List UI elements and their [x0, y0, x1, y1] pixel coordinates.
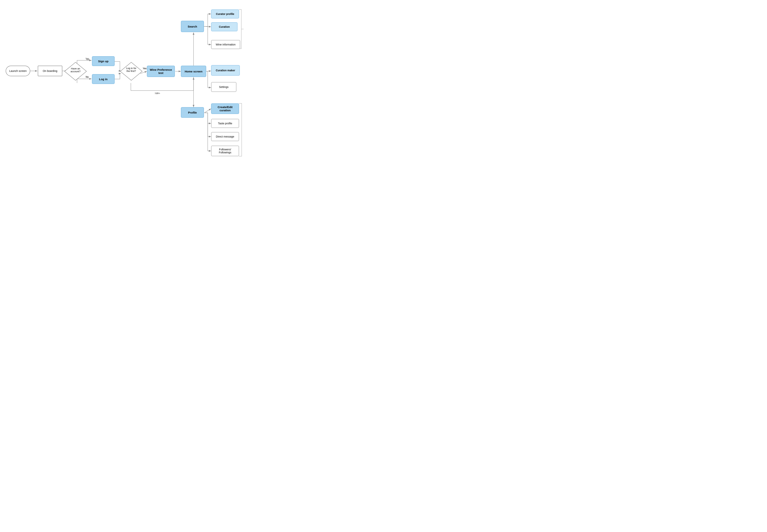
yes-top-label: Yes	[86, 58, 90, 61]
direct-message-node: Direct message	[211, 132, 239, 141]
curation-node: Curation	[211, 22, 238, 31]
on-boarding-node: On boarding	[38, 66, 62, 76]
followers-node: Followers/ Followings	[211, 146, 239, 156]
settings-node: Settings	[211, 82, 237, 92]
svg-marker-14	[120, 62, 142, 80]
svg-line-6	[204, 26, 211, 27]
taste-profile-node: Taste profile	[211, 119, 239, 128]
no-right-label: No →	[155, 92, 161, 95]
log-in-node: Log in	[92, 74, 115, 84]
svg-line-8	[204, 14, 211, 26]
svg-marker-13	[65, 62, 86, 80]
home-screen-node: Home screen	[181, 66, 206, 77]
wine-info-node: Wine information	[211, 40, 240, 49]
no-bottom-label: No	[86, 76, 89, 78]
sign-up-node: Sign up	[92, 56, 115, 66]
svg-line-11	[204, 109, 211, 113]
create-edit-node: Create/Edit curation	[211, 103, 239, 114]
svg-line-9	[206, 71, 211, 71]
search-node: Search	[181, 21, 204, 32]
curation-maker-node: Curation maker	[211, 65, 240, 76]
log-in-first-diamond: Log in forthe first?	[120, 62, 142, 81]
launch-screen-node: Launch screen	[6, 66, 30, 76]
curator-profile-node: Curator profile	[211, 9, 239, 18]
wine-preference-node: Wine Preference test	[147, 66, 175, 77]
profile-node: Profile	[181, 107, 204, 118]
have-account-diamond: Have anaccount?	[64, 62, 87, 81]
